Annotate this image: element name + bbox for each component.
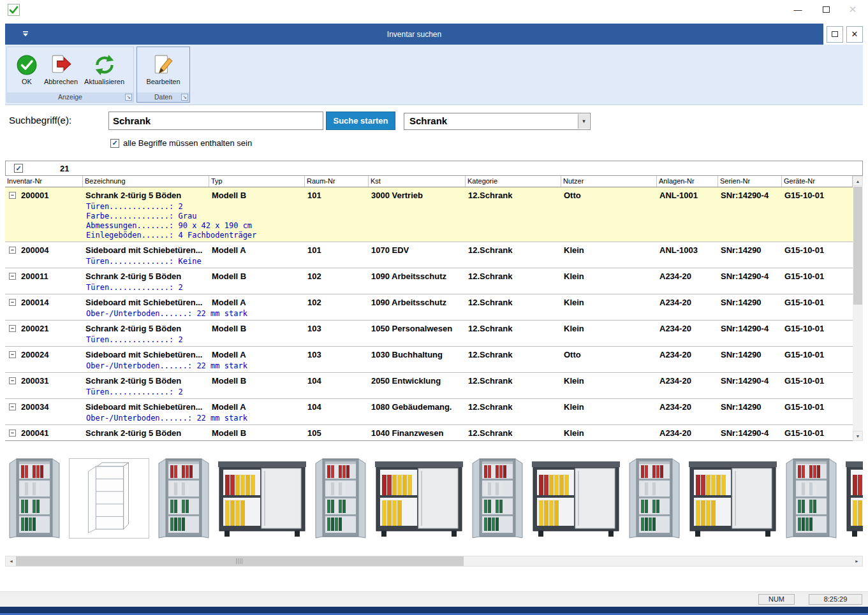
cell-anlagen: A234-20: [657, 350, 718, 359]
cell-serien: SNr:14290-4: [718, 376, 782, 386]
edit-pencil-icon: [152, 54, 174, 76]
abbrechen-button[interactable]: Abbrechen: [41, 47, 81, 92]
horizontal-scrollbar[interactable]: ◄ ►: [5, 556, 863, 567]
collapse-icon[interactable]: −: [9, 351, 16, 358]
scroll-left-icon[interactable]: ◄: [6, 556, 17, 566]
cell-raum: 102: [305, 298, 369, 307]
table-row[interactable]: −200034Sideboard mit Schiebetüren...Mode…: [5, 399, 853, 425]
cell-nutzer: Klein: [561, 376, 657, 386]
cell-kategorie: 12.Schrank: [466, 428, 561, 438]
table-row[interactable]: −200011Schrank 2-türig 5 BödenModell B10…: [5, 268, 853, 294]
thumbnail-tall-cabinet[interactable]: [628, 458, 680, 539]
detail-line: Ober-/Unterboden......: 22 mm stark: [86, 414, 853, 423]
all-terms-checkbox[interactable]: ✓: [110, 139, 119, 148]
dropdown-arrow-icon[interactable]: [22, 30, 29, 38]
collapse-icon[interactable]: −: [9, 325, 16, 332]
aktualisieren-button-label: Aktualisieren: [84, 78, 124, 85]
select-all-checkbox[interactable]: ✓: [14, 164, 23, 173]
collapse-icon[interactable]: −: [9, 430, 16, 437]
cell-kategorie: 12.Schrank: [466, 350, 561, 359]
thumbnail-tall-cabinet[interactable]: [314, 458, 367, 539]
cell-geraete: G15-10-01: [782, 191, 853, 200]
search-input[interactable]: [108, 112, 323, 130]
cancel-arrow-icon: [50, 54, 72, 76]
dialog-close-button[interactable]: ✕: [846, 26, 863, 43]
table-row[interactable]: −200004Sideboard mit Schiebetüren...Mode…: [5, 242, 853, 268]
abbrechen-button-label: Abbrechen: [44, 78, 78, 85]
column-header[interactable]: Typ: [209, 176, 305, 187]
table-row[interactable]: −200021Schrank 2-türig 5 BödenModell B10…: [5, 321, 853, 347]
table-row[interactable]: −200041Schrank 2-türig 5 BödenModell B10…: [5, 425, 853, 441]
column-header[interactable]: Inventar-Nr: [5, 176, 83, 187]
ok-button[interactable]: OK: [13, 47, 41, 92]
close-button[interactable]: ✕: [839, 0, 867, 19]
minimize-button[interactable]: —: [784, 0, 812, 19]
column-header[interactable]: Kategorie: [466, 176, 561, 187]
thumbnail-sideboard[interactable]: [846, 458, 863, 539]
collapse-icon[interactable]: −: [9, 273, 16, 280]
column-header[interactable]: Nutzer: [561, 176, 657, 187]
table-row[interactable]: −200014Sideboard mit Schiebetüren...Mode…: [5, 294, 853, 321]
scroll-down-icon[interactable]: ▼: [853, 431, 863, 441]
table-row[interactable]: −200031Schrank 2-türig 5 BödenModell B10…: [5, 373, 853, 399]
horizontal-scrollbar-thumb[interactable]: [16, 556, 464, 566]
table-row[interactable]: −200001Schrank 2-türig 5 BödenModell B10…: [5, 187, 853, 242]
thumbnail-sideboard[interactable]: [375, 458, 463, 539]
column-header[interactable]: Serien-Nr: [718, 176, 782, 187]
cell-typ: Modell B: [209, 271, 305, 281]
vertical-scrollbar[interactable]: ▲ ▼: [853, 176, 863, 441]
all-terms-checkbox-label: alle Begriffe müssen enthalten sein: [123, 138, 252, 148]
dialog-launcher-icon[interactable]: ↘: [125, 94, 132, 101]
chevron-down-icon[interactable]: ▾: [578, 114, 589, 129]
search-start-button[interactable]: Suche starten: [326, 112, 395, 130]
column-header[interactable]: Geräte-Nr: [782, 176, 853, 187]
dialog-launcher-icon[interactable]: ↘: [181, 94, 188, 101]
vertical-scrollbar-thumb[interactable]: [853, 187, 862, 305]
cell-inventar: −200011: [5, 271, 83, 281]
dialog-maximize-button[interactable]: [827, 26, 843, 43]
cell-raum: 103: [305, 350, 369, 359]
cell-anlagen: A234-20: [657, 298, 718, 307]
cell-bezeichnung: Sideboard mit Schiebetüren...: [83, 298, 209, 307]
column-header[interactable]: Bezeichnung: [83, 176, 209, 187]
scroll-right-icon[interactable]: ►: [851, 556, 862, 566]
cell-inventar: −200021: [5, 324, 83, 333]
column-header[interactable]: Raum-Nr: [305, 176, 369, 187]
collapse-icon[interactable]: −: [9, 247, 16, 254]
column-header[interactable]: Anlagen-Nr: [657, 176, 718, 187]
detail-line: Ober-/Unterboden......: 22 mm stark: [86, 309, 853, 319]
bearbeiten-button[interactable]: Bearbeiten: [143, 47, 183, 92]
collapse-icon[interactable]: −: [9, 299, 16, 306]
maximize-icon: [832, 31, 838, 37]
cell-serien: SNr:14290: [718, 245, 782, 255]
maximize-button[interactable]: [812, 0, 840, 19]
minimize-icon: —: [794, 5, 802, 15]
cell-geraete: G15-10-01: [782, 324, 853, 333]
thumbnail-sideboard[interactable]: [689, 458, 777, 539]
refresh-icon: [94, 54, 115, 76]
cell-anlagen: ANL-1001: [657, 191, 718, 200]
thumbnail-tall-cabinet[interactable]: [471, 458, 524, 539]
cell-bezeichnung: Schrank 2-türig 5 Böden: [83, 324, 209, 333]
thumbnail-tall-cabinet[interactable]: [8, 458, 61, 539]
cell-serien: SNr:14290: [718, 298, 782, 307]
search-combobox[interactable]: Schrank ▾: [404, 113, 591, 130]
close-icon: ✕: [849, 4, 857, 15]
collapse-icon[interactable]: −: [9, 377, 16, 384]
thumbnail-tall-cabinet[interactable]: [785, 458, 837, 539]
thumbnail-sideboard[interactable]: [218, 458, 306, 539]
detail-line: Türen.............: 2: [86, 283, 853, 293]
thumbnail-tall-cabinet[interactable]: [158, 458, 210, 539]
thumbnail-sideboard[interactable]: [532, 458, 620, 539]
collapse-icon[interactable]: −: [9, 403, 16, 410]
cell-nutzer: Klein: [561, 402, 657, 412]
scroll-up-icon[interactable]: ▲: [853, 176, 863, 186]
aktualisieren-button[interactable]: Aktualisieren: [81, 47, 128, 92]
thumbnail-sketch-cabinet[interactable]: [69, 458, 149, 539]
table-row[interactable]: −200024Sideboard mit Schiebetüren...Mode…: [5, 347, 853, 373]
column-header[interactable]: Kst: [369, 176, 466, 187]
detail-line: Ober-/Unterboden......: 22 mm stark: [86, 361, 853, 371]
taskbar-strip: [0, 607, 868, 615]
dialog-controls: ✕: [823, 24, 863, 45]
collapse-icon[interactable]: −: [9, 192, 16, 199]
